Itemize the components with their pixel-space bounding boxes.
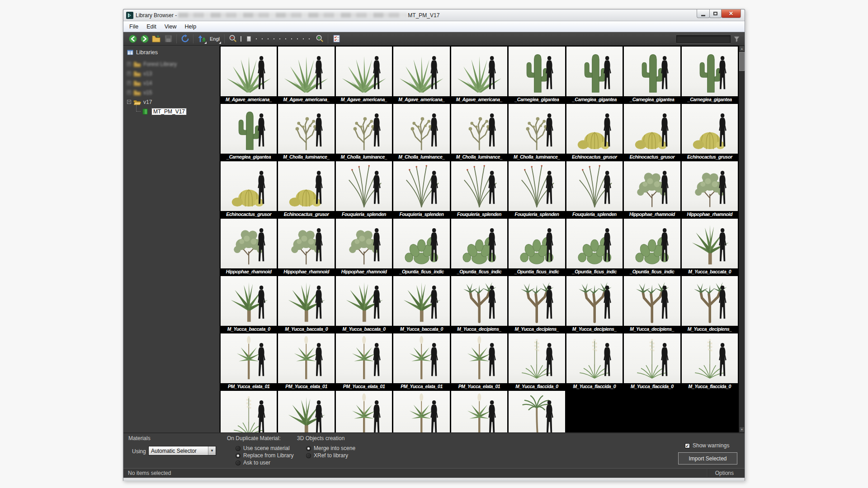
filter-icon[interactable] — [733, 36, 740, 42]
thumbnail-cell[interactable] — [393, 391, 449, 432]
thumbnail-cell[interactable]: _Opuntia_ficus_indic — [566, 219, 623, 275]
thumbnail-cell[interactable]: Echinocactus_grusor — [624, 104, 680, 160]
tree-item-v15[interactable]: +v15 — [123, 88, 219, 97]
material-selector-dropdown[interactable]: Automatic Selector ▼ — [148, 446, 216, 455]
thumbnail-cell[interactable]: _Opuntia_ficus_indic — [451, 219, 507, 275]
tree-item-forest-library[interactable]: +Forest Library — [123, 59, 219, 69]
menu-item-edit[interactable]: Edit — [142, 22, 160, 31]
thumbnail-cell[interactable]: Echinocactus_grusor — [221, 161, 277, 217]
slider-track[interactable] — [256, 38, 310, 39]
tree-item-v13[interactable]: +v13 — [123, 69, 219, 78]
thumbnail-cell[interactable]: M_Cholla_luminance_ — [451, 104, 507, 160]
zoom-out-button[interactable] — [227, 33, 238, 44]
radio-button-icon[interactable] — [306, 446, 311, 451]
open-library-button[interactable] — [151, 33, 162, 44]
thumbnail-cell[interactable]: Hippophae_rhamnoid — [336, 219, 392, 275]
refresh-button[interactable] — [179, 33, 190, 44]
titlebar[interactable]: Library Browser - MT_PM_V17 ✕ — [123, 9, 745, 21]
thumbnail-cell[interactable]: PM_Yucca_elata_01 — [278, 333, 334, 389]
radio-button-icon[interactable] — [236, 453, 241, 458]
thumbnail-cell[interactable]: _Carnegiea_gigantea — [682, 47, 738, 103]
thumbnail-cell[interactable]: _Carnegiea_gigantea — [566, 47, 623, 103]
check-items-button[interactable] — [331, 33, 342, 44]
radio-option-ask-to-user[interactable]: Ask to user — [236, 459, 293, 466]
thumbnail-cell[interactable]: _Opuntia_ficus_indic — [624, 219, 680, 275]
thumbnail-cell[interactable]: M_Yucca_flaccida_0 — [682, 333, 738, 389]
thumbnail-cell[interactable]: M_Yucca_baccata_0 — [221, 276, 277, 332]
radio-button-icon[interactable] — [236, 460, 241, 465]
tree-expander-icon[interactable]: + — [127, 71, 131, 75]
thumbnail-cell[interactable]: M_Yucca_flaccida_0 — [509, 333, 565, 389]
thumbnail-cell[interactable]: _Opuntia_ficus_indic — [509, 219, 565, 275]
thumbnail-cell[interactable]: Fouquieria_splenden — [566, 161, 623, 217]
thumbnail-cell[interactable] — [451, 391, 507, 432]
thumbnail-cell[interactable]: M_Yucca_decipiens_ — [566, 276, 623, 332]
menu-item-help[interactable]: Help — [181, 22, 201, 31]
thumbnail-size-slider[interactable] — [241, 34, 312, 43]
tree-item-mt-pm-v17[interactable]: MT_PM_V17 — [123, 107, 219, 116]
forward-button[interactable] — [139, 33, 150, 44]
zoom-in-button[interactable] — [314, 33, 325, 44]
menu-item-view[interactable]: View — [160, 22, 181, 31]
show-warnings-checkbox[interactable]: ✓ — [685, 443, 690, 448]
scrollbar-thumb[interactable] — [739, 52, 745, 71]
tree-expander-icon[interactable]: + — [127, 62, 131, 66]
thumbnail-cell[interactable]: M_Agave_americana_ — [278, 47, 334, 103]
thumbnail-cell[interactable]: PM_Yucca_elata_01 — [221, 333, 277, 389]
thumbnail-cell[interactable]: M_Yucca_decipiens_ — [509, 276, 565, 332]
thumbnail-cell[interactable]: Echinocactus_grusor — [566, 104, 623, 160]
minimize-button[interactable] — [697, 9, 710, 18]
radio-button-icon[interactable] — [306, 453, 311, 458]
menu-item-file[interactable]: File — [125, 22, 142, 31]
scroll-down-icon[interactable]: ▼ — [739, 427, 745, 432]
thumbnail-cell[interactable]: M_Cholla_luminance_ — [336, 104, 392, 160]
radio-button-icon[interactable] — [236, 446, 241, 451]
thumbnail-cell[interactable]: PM_Yucca_elata_01 — [336, 333, 392, 389]
thumbnail-cell[interactable]: _Carnegiea_gigantea — [509, 47, 565, 103]
thumbnail-cell[interactable]: Hippophae_rhamnoid — [682, 161, 738, 217]
thumbnail-cell[interactable]: _Opuntia_ficus_indic — [393, 219, 449, 275]
show-warnings-row[interactable]: ✓ Show warnings — [685, 442, 729, 449]
thumbnail-cell[interactable] — [278, 391, 334, 432]
thumbnail-cell[interactable] — [221, 391, 277, 432]
thumbnail-cell[interactable]: Echinocactus_grusor — [682, 104, 738, 160]
back-button[interactable] — [127, 33, 138, 44]
thumbnail-cell[interactable]: Fouquieria_splenden — [509, 161, 565, 217]
thumbnail-cell[interactable]: PM_Yucca_elata_01 — [393, 333, 449, 389]
thumbnail-cell[interactable]: M_Yucca_baccata_0 — [278, 276, 334, 332]
thumbnail-cell[interactable]: M_Yucca_decipiens_ — [682, 276, 738, 332]
thumbnail-cell[interactable]: M_Agave_americana_ — [393, 47, 449, 103]
tree-expander-icon[interactable]: + — [127, 90, 131, 94]
thumbnail-cell[interactable]: M_Agave_americana_ — [451, 47, 507, 103]
thumbnail-cell[interactable]: M_Yucca_baccata_0 — [393, 276, 449, 332]
thumbnail-cell[interactable]: M_Yucca_decipiens_ — [624, 276, 680, 332]
thumbnail-cell[interactable]: Hippophae_rhamnoid — [278, 219, 334, 275]
maximize-button[interactable] — [709, 9, 722, 18]
tree-expander-icon[interactable]: − — [127, 100, 131, 104]
language-selector-button[interactable]: Engl — [208, 33, 222, 44]
scroll-up-icon[interactable]: ▲ — [739, 46, 745, 52]
thumbnail-cell[interactable]: M_Yucca_flaccida_0 — [624, 333, 680, 389]
thumbnail-cell[interactable]: Fouquieria_splenden — [393, 161, 449, 217]
thumbnail-cell[interactable]: M_Yucca_decipiens_ — [451, 276, 507, 332]
tree-item-v14[interactable]: +v14 — [123, 78, 219, 88]
thumbnail-cell[interactable] — [336, 391, 392, 432]
grid-scrollbar[interactable]: ▲ ▼ — [739, 46, 745, 432]
thumbnail-cell[interactable]: M_Agave_americana_ — [221, 47, 277, 103]
radio-option-use-scene-material[interactable]: Use scene material — [236, 445, 293, 452]
thumbnail-cell[interactable]: PM_Yucca_elata_01 — [451, 333, 507, 389]
thumbnail-cell[interactable]: M_Yucca_baccata_0 — [336, 276, 392, 332]
tree-expander-icon[interactable]: + — [127, 81, 131, 85]
thumbnail-cell[interactable]: M_Cholla_luminance_ — [393, 104, 449, 160]
thumbnail-cell[interactable]: Echinocactus_grusor — [278, 161, 334, 217]
thumbnail-cell[interactable]: Hippophae_rhamnoid — [221, 219, 277, 275]
thumbnail-cell[interactable]: M_Cholla_luminance_ — [278, 104, 334, 160]
chevron-down-icon[interactable]: ▼ — [208, 446, 216, 455]
thumbnail-cell[interactable]: _Carnegiea_gigantea — [221, 104, 277, 160]
import-selected-button[interactable]: Import Selected — [678, 452, 737, 465]
thumbnail-cell[interactable]: M_Yucca_baccata_0 — [682, 219, 738, 275]
thumbnail-cell[interactable]: _Carnegiea_gigantea — [624, 47, 680, 103]
radio-option-xref-to-library[interactable]: XRef to library — [306, 452, 355, 459]
thumbnail-cell[interactable]: M_Cholla_luminance_ — [509, 104, 565, 160]
thumbnail-cell[interactable]: Hippophae_rhamnoid — [624, 161, 680, 217]
